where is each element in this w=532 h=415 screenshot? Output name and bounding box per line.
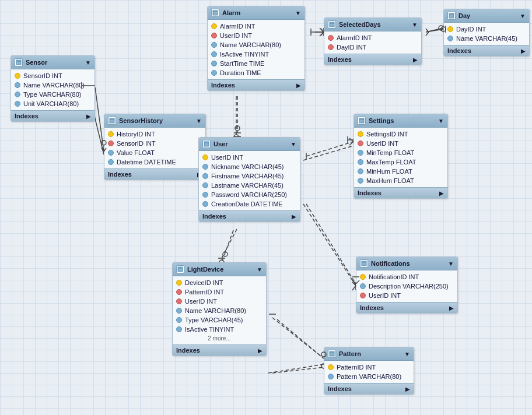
sensorhistory-footer[interactable]: Indexes ▶: [104, 168, 205, 180]
field-label: Type VARCHAR(80): [23, 91, 81, 98]
fk-icon: [211, 33, 217, 38]
field-label: IsActive TINYINT: [220, 51, 269, 58]
svg-line-66: [306, 204, 356, 284]
table-row: UserID INT: [356, 291, 457, 300]
table-row: PatternID INT: [173, 287, 266, 297]
field-icon: [176, 317, 182, 323]
field-label: UserID INT: [220, 32, 252, 39]
day-footer[interactable]: Indexes ▶: [444, 45, 529, 56]
svg-line-43: [95, 87, 104, 152]
field-label: UserID INT: [369, 292, 401, 299]
field-label: NotificationID INT: [369, 273, 419, 280]
field-icon: [15, 82, 20, 88]
pk-icon: [447, 26, 453, 32]
field-label: PatternID INT: [337, 364, 376, 371]
settings-header[interactable]: Settings ▼: [354, 114, 447, 128]
pattern-footer-arrow: ▶: [405, 386, 410, 392]
field-label: PatternID INT: [185, 289, 224, 296]
table-row: Datetime DATETIME: [104, 157, 205, 167]
notifications-footer[interactable]: Indexes ▶: [356, 302, 457, 313]
field-label: Name VARCHAR(80): [23, 82, 85, 89]
pattern-body: PatternID INT Pattern VARCHAR(80): [324, 361, 414, 383]
svg-rect-41: [330, 351, 334, 356]
table-row: StartTime TIME: [208, 59, 304, 68]
svg-rect-23: [16, 60, 21, 65]
pattern-chevron: ▼: [404, 351, 410, 357]
selecteddays-footer[interactable]: Indexes ▶: [324, 54, 421, 65]
settings-chevron: ▼: [438, 118, 444, 124]
lightdevice-header[interactable]: LightDevice ▼: [173, 263, 266, 276]
sensor-title: Sensor: [26, 59, 47, 66]
table-row: Unit VARCHAR(80): [11, 99, 94, 108]
table-row: MinHum FLOAT: [354, 167, 447, 176]
table-row: Name VARCHAR(80): [11, 80, 94, 90]
user-chevron: ▼: [290, 141, 296, 147]
svg-line-65: [349, 142, 354, 145]
field-label: Unit VARCHAR(80): [23, 100, 79, 107]
field-label: DayID INT: [456, 26, 486, 33]
day-body: DayID INT Name VARCHAR(45): [444, 23, 529, 45]
day-indexes-label: Indexes: [447, 47, 471, 54]
field-label: Lastname VARCHAR(45): [211, 182, 284, 189]
alarm-title: Alarm: [222, 9, 240, 16]
sensor-header[interactable]: Sensor ▼: [11, 56, 94, 69]
svg-line-53: [426, 29, 443, 32]
field-label: SettingsID INT: [366, 131, 408, 138]
table-row: HistoryID INT: [104, 129, 205, 139]
svg-rect-27: [213, 10, 218, 15]
field-label: HistoryID INT: [117, 131, 155, 138]
sensorhistory-header[interactable]: SensorHistory ▼: [104, 114, 205, 128]
alarm-header[interactable]: Alarm ▼: [208, 6, 304, 20]
lightdevice-footer-arrow: ▶: [258, 347, 262, 354]
field-icon: [211, 42, 217, 48]
pattern-icon: [328, 350, 336, 358]
sensor-body: SensorID INT Name VARCHAR(80) Type VARCH…: [11, 69, 94, 110]
selecteddays-body: AlarmID INT DayID INT: [324, 31, 421, 54]
table-row: Password VARCHAR(250): [199, 190, 300, 199]
pattern-footer[interactable]: Indexes ▶: [324, 383, 414, 394]
svg-line-16: [222, 230, 233, 262]
sensor-footer[interactable]: Indexes ▶: [11, 110, 94, 121]
pattern-header[interactable]: Pattern ▼: [324, 347, 414, 361]
svg-line-4: [320, 28, 324, 32]
svg-rect-25: [110, 118, 114, 123]
notifications-header[interactable]: Notifications ▼: [356, 257, 457, 270]
lightdevice-footer[interactable]: Indexes ▶: [173, 344, 266, 356]
field-icon: [447, 36, 453, 41]
selecteddays-indexes-label: Indexes: [328, 56, 352, 63]
table-row: NotificationID INT: [356, 272, 457, 282]
svg-line-20: [277, 319, 324, 358]
field-label: MinTemp FLOAT: [366, 149, 414, 156]
settings-footer[interactable]: Indexes ▶: [354, 187, 447, 198]
svg-line-64: [349, 138, 354, 142]
lightdevice-body: DeviceID INT PatternID INT UserID INT Na…: [173, 276, 266, 344]
table-row: Name VARCHAR(80): [208, 40, 304, 50]
pk-icon: [202, 154, 208, 160]
svg-line-12: [303, 204, 356, 286]
field-label: MaxTemp FLOAT: [366, 159, 416, 166]
user-header[interactable]: User ▼: [199, 138, 300, 151]
svg-point-59: [235, 126, 240, 131]
table-row: UserID INT: [199, 153, 300, 162]
field-label: Name VARCHAR(80): [185, 307, 246, 314]
alarm-indexes-label: Indexes: [211, 82, 235, 89]
fk-icon: [360, 293, 366, 298]
field-label: DeviceID INT: [185, 279, 223, 286]
day-header[interactable]: Day ▼: [444, 9, 529, 23]
field-label: Name VARCHAR(80): [220, 41, 281, 48]
settings-table: Settings ▼ SettingsID INT UserID INT Min…: [354, 114, 448, 199]
notifications-chevron: ▼: [448, 261, 454, 267]
field-icon: [15, 101, 20, 107]
lightdevice-chevron: ▼: [257, 266, 262, 273]
table-row: Nickname VARCHAR(45): [199, 162, 300, 171]
field-icon: [358, 150, 363, 156]
pk-icon: [328, 364, 334, 370]
field-icon: [328, 374, 334, 379]
lightdevice-icon: [176, 265, 184, 273]
field-label: Type VARCHAR(45): [185, 316, 243, 323]
user-footer[interactable]: Indexes ▶: [199, 210, 300, 221]
alarm-footer[interactable]: Indexes ▶: [208, 79, 304, 90]
field-label: StartTime TIME: [220, 60, 264, 67]
selecteddays-header[interactable]: SelectedDays ▼: [324, 18, 421, 31]
field-label: Datetime DATETIME: [117, 159, 176, 166]
